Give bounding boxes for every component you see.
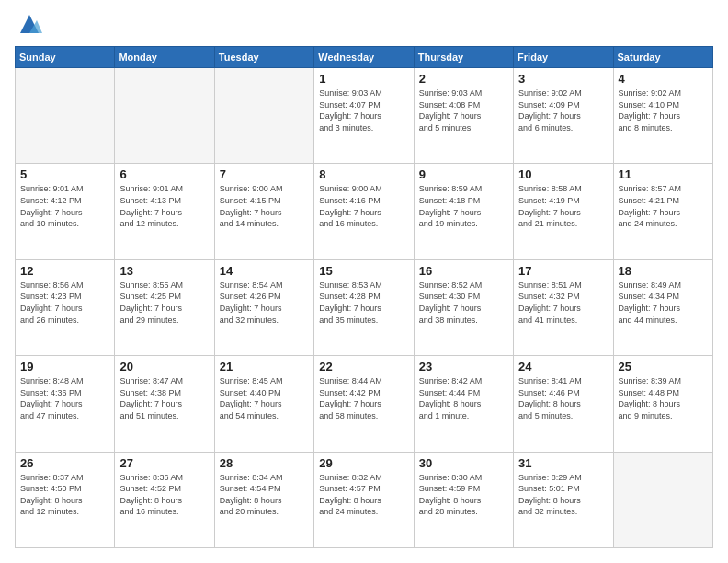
day-info: Sunrise: 9:03 AM Sunset: 4:08 PM Dayligh… [419,87,508,133]
day-number: 9 [419,167,508,181]
page: SundayMondayTuesdayWednesdayThursdayFrid… [0,0,728,563]
calendar-week-row: 19Sunrise: 8:48 AM Sunset: 4:36 PM Dayli… [16,356,713,452]
calendar-cell: 18Sunrise: 8:49 AM Sunset: 4:34 PM Dayli… [613,259,712,355]
day-info: Sunrise: 8:49 AM Sunset: 4:34 PM Dayligh… [619,280,708,326]
day-number: 24 [518,360,608,373]
calendar-cell: 9Sunrise: 8:59 AM Sunset: 4:18 PM Daylig… [414,164,513,259]
day-info: Sunrise: 8:45 AM Sunset: 4:40 PM Dayligh… [220,375,309,421]
day-number: 1 [319,72,408,86]
day-info: Sunrise: 9:02 AM Sunset: 4:10 PM Dayligh… [619,87,708,133]
calendar-cell: 30Sunrise: 8:30 AM Sunset: 4:59 PM Dayli… [414,452,513,547]
day-number: 7 [220,167,309,181]
day-number: 20 [119,360,209,373]
calendar-cell: 6Sunrise: 9:01 AM Sunset: 4:13 PM Daylig… [115,164,214,259]
day-number: 19 [20,360,109,373]
calendar-cell: 16Sunrise: 8:52 AM Sunset: 4:30 PM Dayli… [414,259,513,355]
header [15,15,713,37]
calendar-cell: 4Sunrise: 9:02 AM Sunset: 4:10 PM Daylig… [613,68,712,164]
day-number: 30 [419,456,508,470]
day-number: 21 [220,360,309,373]
day-info: Sunrise: 8:39 AM Sunset: 4:48 PM Dayligh… [619,375,708,421]
calendar-cell: 21Sunrise: 8:45 AM Sunset: 4:40 PM Dayli… [214,356,313,452]
day-number: 5 [20,167,109,181]
calendar-cell: 23Sunrise: 8:42 AM Sunset: 4:44 PM Dayli… [414,356,513,452]
day-info: Sunrise: 8:34 AM Sunset: 4:54 PM Dayligh… [220,472,309,518]
calendar-cell [16,68,115,164]
calendar-cell [613,452,712,547]
logo [15,15,42,37]
day-info: Sunrise: 8:47 AM Sunset: 4:38 PM Dayligh… [119,375,209,421]
calendar-cell [214,68,313,164]
day-info: Sunrise: 8:55 AM Sunset: 4:25 PM Dayligh… [119,280,209,326]
day-number: 4 [619,72,708,86]
calendar-cell: 28Sunrise: 8:34 AM Sunset: 4:54 PM Dayli… [214,452,313,547]
calendar-cell: 11Sunrise: 8:57 AM Sunset: 4:21 PM Dayli… [613,164,712,259]
logo-icon [17,11,42,37]
day-info: Sunrise: 9:00 AM Sunset: 4:16 PM Dayligh… [319,183,408,229]
day-info: Sunrise: 8:37 AM Sunset: 4:50 PM Dayligh… [20,472,109,518]
day-number: 26 [20,456,109,470]
day-info: Sunrise: 8:56 AM Sunset: 4:23 PM Dayligh… [20,280,109,326]
day-number: 2 [419,72,508,86]
day-info: Sunrise: 9:02 AM Sunset: 4:09 PM Dayligh… [518,87,608,133]
calendar-cell [115,68,214,164]
day-info: Sunrise: 8:44 AM Sunset: 4:42 PM Dayligh… [319,375,408,421]
day-number: 14 [220,264,309,278]
calendar-cell: 29Sunrise: 8:32 AM Sunset: 4:57 PM Dayli… [314,452,414,547]
day-number: 27 [119,456,209,470]
day-number: 3 [518,72,608,86]
weekday-header: Sunday [16,47,115,68]
day-info: Sunrise: 8:48 AM Sunset: 4:36 PM Dayligh… [20,375,109,421]
day-number: 28 [220,456,309,470]
calendar-cell: 14Sunrise: 8:54 AM Sunset: 4:26 PM Dayli… [214,259,313,355]
day-number: 10 [518,167,608,181]
calendar-cell: 22Sunrise: 8:44 AM Sunset: 4:42 PM Dayli… [314,356,414,452]
day-number: 25 [619,360,708,373]
day-info: Sunrise: 8:51 AM Sunset: 4:32 PM Dayligh… [518,280,608,326]
calendar-table: SundayMondayTuesdayWednesdayThursdayFrid… [15,46,713,548]
day-info: Sunrise: 8:52 AM Sunset: 4:30 PM Dayligh… [419,280,508,326]
day-number: 29 [319,456,408,470]
calendar-cell: 5Sunrise: 9:01 AM Sunset: 4:12 PM Daylig… [16,164,115,259]
calendar-cell: 3Sunrise: 9:02 AM Sunset: 4:09 PM Daylig… [514,68,613,164]
day-number: 18 [619,264,708,278]
calendar-cell: 27Sunrise: 8:36 AM Sunset: 4:52 PM Dayli… [115,452,214,547]
day-info: Sunrise: 8:57 AM Sunset: 4:21 PM Dayligh… [619,183,708,229]
day-number: 13 [119,264,209,278]
day-number: 11 [619,167,708,181]
calendar-cell: 24Sunrise: 8:41 AM Sunset: 4:46 PM Dayli… [514,356,613,452]
day-number: 17 [518,264,608,278]
weekday-header: Tuesday [214,47,313,68]
day-info: Sunrise: 8:53 AM Sunset: 4:28 PM Dayligh… [319,280,408,326]
day-number: 31 [518,456,608,470]
weekday-header: Wednesday [314,47,414,68]
day-info: Sunrise: 9:03 AM Sunset: 4:07 PM Dayligh… [319,87,408,133]
day-info: Sunrise: 8:41 AM Sunset: 4:46 PM Dayligh… [518,375,608,421]
calendar-week-row: 1Sunrise: 9:03 AM Sunset: 4:07 PM Daylig… [16,68,713,164]
calendar-cell: 17Sunrise: 8:51 AM Sunset: 4:32 PM Dayli… [514,259,613,355]
calendar-cell: 25Sunrise: 8:39 AM Sunset: 4:48 PM Dayli… [613,356,712,452]
weekday-header: Saturday [613,47,712,68]
day-number: 22 [319,360,408,373]
day-number: 15 [319,264,408,278]
day-number: 8 [319,167,408,181]
calendar-cell: 31Sunrise: 8:29 AM Sunset: 5:01 PM Dayli… [514,452,613,547]
day-info: Sunrise: 9:01 AM Sunset: 4:12 PM Dayligh… [20,183,109,229]
calendar-cell: 20Sunrise: 8:47 AM Sunset: 4:38 PM Dayli… [115,356,214,452]
day-number: 12 [20,264,109,278]
calendar-week-row: 5Sunrise: 9:01 AM Sunset: 4:12 PM Daylig… [16,164,713,259]
calendar-cell: 7Sunrise: 9:00 AM Sunset: 4:15 PM Daylig… [214,164,313,259]
calendar-cell: 8Sunrise: 9:00 AM Sunset: 4:16 PM Daylig… [314,164,414,259]
calendar-cell: 26Sunrise: 8:37 AM Sunset: 4:50 PM Dayli… [16,452,115,547]
day-number: 6 [119,167,209,181]
day-info: Sunrise: 8:59 AM Sunset: 4:18 PM Dayligh… [419,183,508,229]
weekday-header: Thursday [414,47,513,68]
day-info: Sunrise: 8:54 AM Sunset: 4:26 PM Dayligh… [220,280,309,326]
calendar-week-row: 26Sunrise: 8:37 AM Sunset: 4:50 PM Dayli… [16,452,713,547]
weekday-header: Monday [115,47,214,68]
day-info: Sunrise: 8:42 AM Sunset: 4:44 PM Dayligh… [419,375,508,421]
day-info: Sunrise: 8:29 AM Sunset: 5:01 PM Dayligh… [518,472,608,518]
day-info: Sunrise: 9:01 AM Sunset: 4:13 PM Dayligh… [119,183,209,229]
calendar-cell: 13Sunrise: 8:55 AM Sunset: 4:25 PM Dayli… [115,259,214,355]
calendar-week-row: 12Sunrise: 8:56 AM Sunset: 4:23 PM Dayli… [16,259,713,355]
